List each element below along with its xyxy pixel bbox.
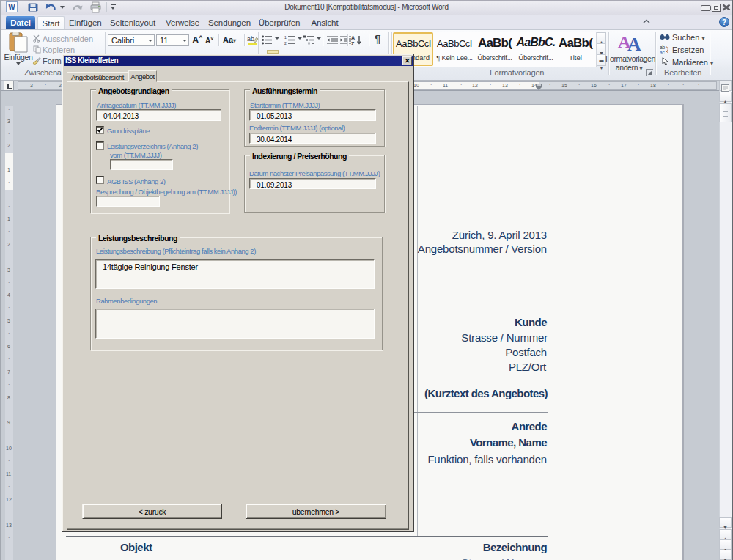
svg-text:A: A — [351, 35, 355, 40]
svg-text:Z: Z — [351, 41, 355, 45]
svg-text:ab: ab — [660, 45, 666, 50]
svg-text:1: 1 — [284, 35, 287, 40]
svg-text:2: 2 — [284, 41, 287, 45]
svg-text:ac: ac — [660, 50, 666, 54]
svg-text:ab: ab — [247, 35, 254, 43]
